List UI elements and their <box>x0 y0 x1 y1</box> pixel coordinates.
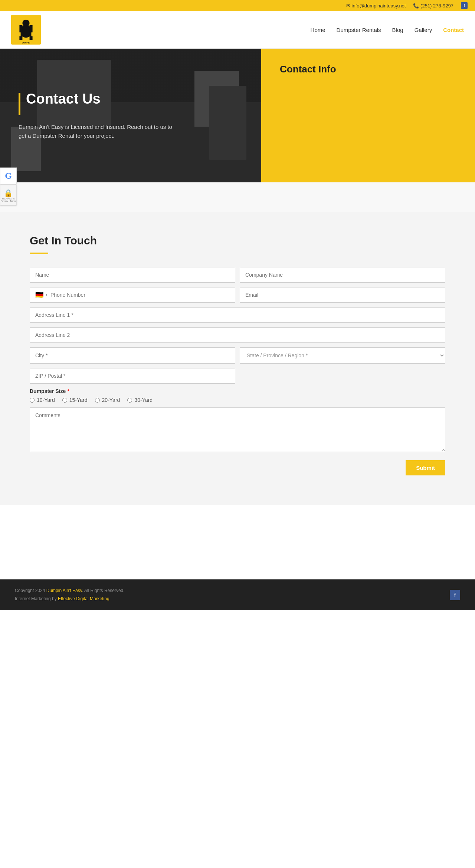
dumpster-size-group: Dumpster Size * 10-Yard 15-Yard 20-Yard <box>30 388 445 403</box>
copyright-text: Copyright 2024 Dumpin Ain't Easy. All Ri… <box>15 587 125 595</box>
city-input[interactable] <box>30 347 235 364</box>
email-input[interactable] <box>240 287 445 303</box>
facebook-icon: f <box>461 2 468 9</box>
footer: Copyright 2024 Dumpin Ain't Easy. All Ri… <box>0 579 475 610</box>
get-in-touch-section: Get In Touch 🇩🇪 • Sta <box>0 212 475 505</box>
form-row-comments <box>30 407 445 452</box>
yellow-accent-bar <box>19 93 20 115</box>
dumpster-size-label: Dumpster Size * <box>30 388 445 394</box>
required-star: * <box>67 388 69 394</box>
contact-form: 🇩🇪 • State / Province / Region * Alabama… <box>30 267 445 475</box>
address1-input[interactable] <box>30 307 445 323</box>
phone-separator: • <box>46 292 48 298</box>
white-gap <box>0 505 475 579</box>
svg-rect-5 <box>19 36 22 40</box>
radio-30yard[interactable]: 30-Yard <box>127 397 153 403</box>
zip-input[interactable] <box>30 368 235 384</box>
logo[interactable]: DUMPIN <box>11 15 41 45</box>
recaptcha-badge[interactable]: 🔒 reCAPTCHAPrivacy · Terms <box>0 185 17 205</box>
phone-wrapper: 🇩🇪 • <box>30 287 235 303</box>
google-badge[interactable]: G <box>0 168 17 184</box>
section-title: Get In Touch <box>30 234 445 247</box>
phone-icon: 📞 <box>413 3 419 9</box>
svg-rect-6 <box>30 36 33 40</box>
state-select[interactable]: State / Province / Region * Alabama Alas… <box>240 347 445 364</box>
title-underline <box>30 253 48 254</box>
phone-link[interactable]: 📞 (251) 278-9297 <box>413 3 453 9</box>
radio-input-15yard[interactable] <box>62 398 67 403</box>
footer-text: Copyright 2024 Dumpin Ain't Easy. All Ri… <box>15 587 125 603</box>
dumpster-radio-group: 10-Yard 15-Yard 20-Yard 30-Yard <box>30 397 445 403</box>
radio-input-10yard[interactable] <box>30 398 35 403</box>
form-row-4 <box>30 327 445 343</box>
email-link[interactable]: ✉ info@dumpinainteasy.net <box>346 3 406 9</box>
company-name-input[interactable] <box>240 267 445 283</box>
hero-title: Contact Us <box>26 91 101 107</box>
svg-rect-8 <box>30 25 33 32</box>
recaptcha-text: reCAPTCHAPrivacy · Terms <box>1 198 16 202</box>
hero-section: Contact Us Dumpin Ain't Easy is Licensed… <box>0 49 475 182</box>
marketer-text: Internet Marketing by Effective Digital … <box>15 595 125 603</box>
form-row-2: 🇩🇪 • <box>30 287 445 303</box>
hero-spacer <box>0 182 475 212</box>
submit-button[interactable]: Submit <box>406 460 445 475</box>
svg-text:DUMPIN: DUMPIN <box>22 42 30 44</box>
main-nav: Home Dumpster Rentals Blog Gallery Conta… <box>311 27 464 33</box>
floating-badges: G 🔒 reCAPTCHAPrivacy · Terms <box>0 168 17 205</box>
nav-dumpster-rentals[interactable]: Dumpster Rentals <box>337 27 381 33</box>
radio-input-30yard[interactable] <box>127 398 132 403</box>
hero-description: Dumpin Ain't Easy is Licensed and Insure… <box>19 123 174 140</box>
radio-input-20yard[interactable] <box>95 398 100 403</box>
form-row-1 <box>30 267 445 283</box>
form-row-6 <box>30 368 445 384</box>
header: DUMPIN Home Dumpster Rentals Blog Galler… <box>0 11 475 49</box>
facebook-top-link[interactable]: f <box>461 2 468 9</box>
name-input[interactable] <box>30 267 235 283</box>
google-icon: G <box>5 171 12 181</box>
form-row-5: State / Province / Region * Alabama Alas… <box>30 347 445 364</box>
submit-row: Submit <box>30 460 445 475</box>
nav-gallery[interactable]: Gallery <box>415 27 432 33</box>
phone-flag-icon: 🇩🇪 <box>35 291 43 299</box>
nav-contact[interactable]: Contact <box>443 27 464 33</box>
address2-input[interactable] <box>30 327 445 343</box>
svg-rect-7 <box>19 25 22 32</box>
contact-info-title: Contact Info <box>280 64 456 75</box>
marketer-link[interactable]: Effective Digital Marketing <box>58 596 109 601</box>
radio-15yard[interactable]: 15-Yard <box>62 397 88 403</box>
radio-10yard[interactable]: 10-Yard <box>30 397 55 403</box>
radio-20yard[interactable]: 20-Yard <box>95 397 120 403</box>
form-row-3 <box>30 307 445 323</box>
phone-input[interactable] <box>50 287 230 302</box>
hero-content: Contact Us Dumpin Ain't Easy is Licensed… <box>19 91 243 140</box>
footer-facebook-icon: f <box>454 592 456 598</box>
nav-home[interactable]: Home <box>311 27 325 33</box>
recaptcha-icon: 🔒 <box>4 189 13 198</box>
email-icon: ✉ <box>346 3 350 9</box>
nav-blog[interactable]: Blog <box>392 27 403 33</box>
hero-right: Contact Info <box>261 49 475 182</box>
top-bar: ✉ info@dumpinainteasy.net 📞 (251) 278-92… <box>0 0 475 11</box>
footer-facebook-link[interactable]: f <box>450 590 460 600</box>
footer-brand-link[interactable]: Dumpin Ain't Easy <box>46 588 82 593</box>
hero-left: Contact Us Dumpin Ain't Easy is Licensed… <box>0 49 261 182</box>
comments-textarea[interactable] <box>30 407 445 452</box>
